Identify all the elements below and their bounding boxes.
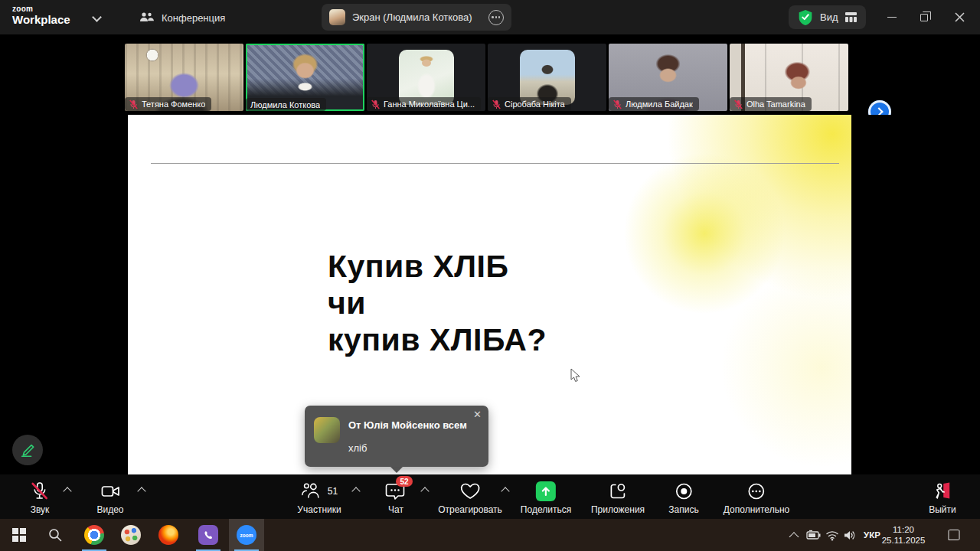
chevron-up-icon (789, 532, 799, 542)
participants-icon (301, 481, 322, 501)
chat-label: Чат (388, 504, 403, 515)
participant-name: Ганна Миколаївна Ци... (384, 99, 475, 109)
close-icon (955, 12, 965, 22)
chat-button[interactable]: 52 Чат (385, 481, 407, 515)
titlebar: zoom Workplace Конференция Экран (Людмил… (0, 0, 980, 34)
participant-name-pill: Людмила Коткова (246, 98, 326, 111)
more-ellipsis-icon (746, 481, 766, 501)
video-tile-sirobaba-nikita[interactable]: Сіробаба Нікіта (488, 44, 606, 111)
view-button[interactable]: Вид (789, 5, 866, 29)
language-indicator[interactable]: УКР (864, 519, 880, 551)
video-tile-tetyana-fomenko[interactable]: Тетяна Фоменко (125, 44, 243, 111)
language-code: УКР (864, 530, 880, 540)
network-status-icon[interactable] (825, 519, 839, 551)
video-options-chevron[interactable] (137, 487, 145, 495)
video-gallery-strip: Тетяна Фоменко Людмила Коткова Ганна Мик… (0, 34, 980, 115)
windows-logo-icon (12, 528, 26, 542)
more-label: Дополнительно (724, 504, 789, 515)
participants-button[interactable]: 51 Участники (297, 481, 341, 515)
leave-label: Выйти (929, 504, 956, 515)
slide-title: Купив ХЛІБ чи купив ХЛІБА? (328, 248, 547, 358)
muted-mic-icon (129, 99, 138, 109)
video-tile-olha-tamarkina[interactable]: Olha Tamarkina (730, 44, 848, 111)
security-shield-icon (798, 9, 813, 26)
action-center-button[interactable] (949, 519, 960, 551)
react-options-chevron[interactable] (501, 487, 509, 495)
chat-unread-badge: 52 (396, 476, 413, 487)
tab-conference-label: Конференция (162, 12, 225, 24)
clock-date: 25.11.2025 (882, 535, 926, 546)
video-label: Видео (96, 504, 123, 515)
firefox-icon (158, 525, 178, 545)
record-label: Запись (668, 504, 698, 515)
audio-button[interactable]: Звук (31, 481, 50, 515)
record-icon (674, 481, 694, 501)
tab-options-ellipsis-icon[interactable] (488, 10, 504, 25)
participant-name-pill: Сіробаба Нікіта (488, 97, 571, 111)
window-restore-button[interactable] (908, 0, 940, 34)
viber-phone-icon (198, 525, 218, 545)
annotate-button[interactable] (12, 435, 43, 465)
logo-text-zoom: zoom (12, 5, 70, 13)
clock-time: 11:20 (882, 524, 926, 535)
video-tile-lyudmyla-kotkova-active-speaker[interactable]: Людмила Коткова (246, 44, 364, 111)
taskbar-chrome-button[interactable] (77, 519, 112, 551)
logo-text-workplace: Workplace (12, 13, 70, 26)
chevron-down-icon[interactable] (92, 12, 102, 22)
window-minimize-button[interactable] (876, 0, 908, 34)
video-tile-hanna-mykolaivna[interactable]: Ганна Миколаївна Ци... (367, 44, 485, 111)
zoom-workplace-logo: zoom Workplace (12, 5, 70, 26)
muted-mic-icon (613, 99, 622, 109)
muted-mic-icon (734, 99, 743, 109)
participant-name-pill: Olha Tamarkina (730, 97, 812, 111)
video-button[interactable]: Видео (96, 481, 123, 515)
participant-name-pill: Людмила Байдак (609, 97, 699, 111)
video-tile-lyudmyla-baidak[interactable]: Людмила Байдак (609, 44, 727, 111)
tab-screen-label: Экран (Людмила Коткова) (352, 11, 472, 23)
battery-status-icon[interactable] (806, 519, 822, 551)
window-close-button[interactable] (943, 0, 975, 34)
slide-divider-line (151, 163, 839, 164)
people-group-icon (139, 11, 155, 24)
muted-mic-icon (371, 99, 380, 109)
pencil-icon (19, 442, 36, 458)
participants-options-chevron[interactable] (351, 487, 360, 495)
taskbar-paint-button[interactable] (113, 519, 149, 551)
share-up-arrow-icon (536, 481, 556, 501)
chrome-icon (84, 525, 104, 545)
slide-title-line1: Купив ХЛІБ (328, 248, 547, 285)
participant-name: Тетяна Фоменко (142, 99, 205, 109)
participant-name-pill: Тетяна Фоменко (125, 97, 211, 111)
taskbar-viber-button[interactable] (191, 519, 226, 551)
leave-meeting-button[interactable]: Выйти (929, 481, 956, 515)
avatar (329, 9, 345, 25)
record-button[interactable]: Запись (668, 481, 698, 515)
tab-screen-share[interactable]: Экран (Людмила Коткова) (322, 4, 511, 31)
more-button[interactable]: Дополнительно (724, 481, 789, 515)
participants-count: 51 (328, 486, 338, 497)
avatar (314, 417, 340, 443)
react-button[interactable]: Отреагировать (438, 481, 502, 515)
tab-conference[interactable]: Конференция (132, 6, 233, 29)
chat-popup-message: хліб (348, 442, 367, 454)
wifi-icon (825, 530, 839, 541)
close-icon[interactable]: ✕ (473, 409, 482, 419)
paint-palette-icon (121, 525, 141, 545)
start-button[interactable] (2, 519, 37, 551)
shared-screen-area: Купив ХЛІБ чи купив ХЛІБА? От Юлія Мойсе… (0, 115, 980, 474)
chat-notification-popup[interactable]: От Юлія Мойсенко всем хліб ✕ (305, 406, 488, 467)
share-screen-button[interactable]: Поделиться (521, 481, 571, 515)
taskbar-firefox-button[interactable] (151, 519, 186, 551)
speaker-icon (844, 530, 857, 541)
participant-name: Людмила Коткова (250, 100, 320, 109)
volume-status-icon[interactable] (844, 519, 857, 551)
taskbar-search-button[interactable] (38, 519, 73, 551)
camera-icon (100, 481, 121, 501)
audio-options-chevron[interactable] (63, 487, 71, 495)
taskbar-clock[interactable]: 11:20 25.11.2025 (882, 519, 926, 551)
taskbar-zoom-button[interactable]: zoom (229, 519, 264, 551)
chat-options-chevron[interactable] (420, 487, 429, 495)
view-button-label: Вид (820, 11, 838, 23)
apps-button[interactable]: Приложения (591, 481, 645, 515)
tray-hidden-icons-button[interactable] (791, 519, 798, 551)
